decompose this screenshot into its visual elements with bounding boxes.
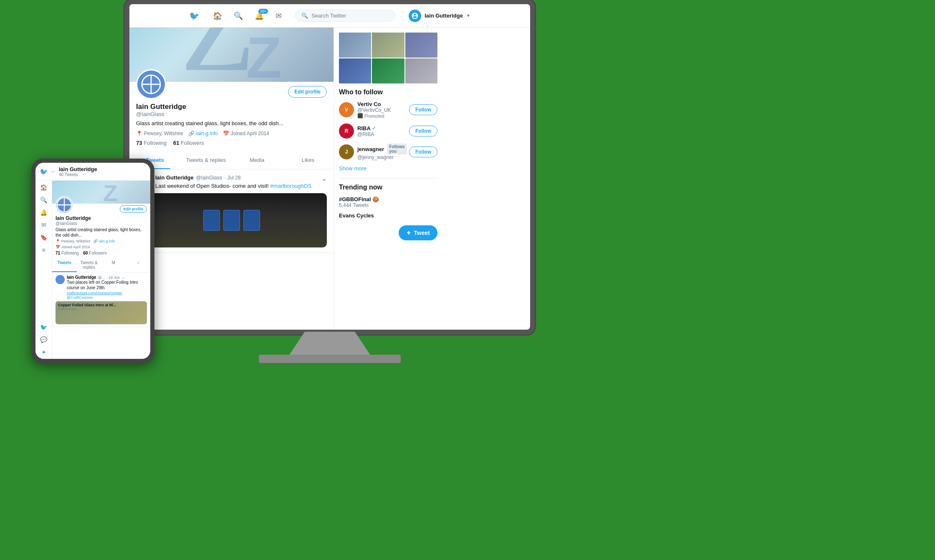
phone-dm-icon[interactable]: 💬	[40, 336, 47, 343]
phone-bookmark-icon[interactable]: 🔖	[40, 234, 47, 241]
phone-profile-handle: @IainGlass	[56, 221, 147, 226]
phone-tab-replies[interactable]: Tweets & replies	[77, 258, 101, 272]
desktop-monitor: 🐦 🏠 🔍 🔔 ✉ 🔍 Iain Gutteridge ▼	[129, 4, 547, 380]
phone-tweet-item: Iain Gutteridge @... · 16 Jun ⌄ Two plac…	[52, 272, 150, 327]
header-icons: 🏠 🔍 🔔 ✉	[213, 11, 282, 20]
home-icon[interactable]: 🏠	[213, 11, 222, 20]
website-item[interactable]: 🔗 iain-g.info	[188, 131, 218, 136]
trending-item-1[interactable]: #GBBOFinal 🍪 5,444 Tweets	[339, 196, 437, 208]
tweet-user-info: Iain Gutteridge @IainGlass · Jul 28	[155, 174, 311, 181]
phone-twitter-logo: 🐦	[40, 168, 48, 176]
follow-item-riba: R RIBA ✓ @RIBA Follow	[339, 124, 437, 139]
phone-profile-meta: 📍 Pewsey, Wiltshire 🔗 iain-g.info	[56, 239, 147, 243]
phone-compose-icon[interactable]: ✦	[41, 349, 46, 356]
promoted-label: ⬛ Promoted	[357, 113, 406, 119]
follow-button-vertiv[interactable]: Follow	[409, 104, 437, 115]
followers-label: Followers	[181, 140, 204, 146]
phone-following-stat[interactable]: 71 Following	[56, 251, 79, 255]
location-text: Pewsey, Wiltshire	[144, 131, 183, 136]
user-menu[interactable]: Iain Gutteridge ▼	[409, 10, 470, 22]
search-input[interactable]	[311, 13, 387, 19]
phone-tweet-count: 40 Tweets	[59, 172, 97, 177]
phone-tweet-image-title: Copper Foiled Glass Intro at Bl...	[58, 303, 144, 307]
phone-website[interactable]: 🔗 iain-g.info	[93, 239, 115, 243]
phone-edit-profile-button[interactable]: Edit profile	[120, 205, 147, 213]
verified-badge: ✓	[372, 126, 376, 131]
phone-messages-icon[interactable]: ✉	[41, 222, 46, 228]
search-icon[interactable]: 🔍	[234, 11, 243, 20]
photo-cell-6[interactable]	[405, 58, 437, 83]
profile-name: Iain Gutteridge	[136, 103, 327, 111]
compose-tweet-button[interactable]: ✦ Tweet	[399, 225, 437, 240]
phone-tweet-mention: @CraftCourses	[67, 295, 147, 300]
location-item: 📍 Pewsey, Wiltshire	[136, 131, 183, 136]
tab-tweets-replies[interactable]: Tweets & replies	[180, 151, 231, 169]
phone-tweet-link[interactable]: craftcourses.com/courses/copper	[67, 291, 122, 295]
follow-item-jenwagner: J jenwagner Follows you @jenny_wagner Fo…	[339, 144, 437, 160]
phone-tweet-image: Copper Foiled Glass Intro at Bl... craft…	[56, 301, 147, 324]
trending-topic-1: #GBBOFinal 🍪	[339, 196, 437, 202]
edit-profile-button[interactable]: Edit profile	[288, 86, 327, 98]
phone-tweet-image-caption: Copper Foiled Glass Intro at Bl... craft…	[56, 301, 147, 313]
trending-item-2[interactable]: Evans Cycles	[339, 212, 437, 219]
search-bar[interactable]: 🔍	[295, 10, 395, 22]
notifications-icon[interactable]: 🔔	[255, 11, 264, 20]
phone-user-info: Iain Gutteridge 40 Tweets	[59, 166, 97, 177]
phone-lists-icon[interactable]: ≡	[42, 247, 45, 253]
tweet-text: Last weekend of Open Studios- come and v…	[155, 182, 311, 190]
photo-cell-3[interactable]	[405, 33, 437, 58]
phone-home-icon[interactable]: 🏠	[40, 184, 47, 191]
profile-avatar-area: Edit profile	[129, 69, 334, 99]
twitter-header: 🐦 🏠 🔍 🔔 ✉ 🔍 Iain Gutteridge ▼	[129, 4, 530, 28]
phone-notifications-icon[interactable]: 🔔	[40, 209, 47, 216]
follow-button-jenwagner[interactable]: Follow	[409, 146, 437, 157]
phone-joined: 📅 Joined April 2014	[56, 245, 90, 249]
website-link[interactable]: iain-g.info	[196, 131, 218, 136]
who-to-follow-title: Who to follow	[339, 88, 437, 96]
follow-name-jenwagner: jenwagner Follows you	[357, 144, 406, 154]
messages-icon[interactable]: ✉	[275, 11, 282, 20]
phone-search-icon[interactable]: 🔍	[40, 197, 47, 203]
follow-avatar-vertiv: V	[339, 102, 354, 117]
follow-handle-jenwagner: @jenny_wagner	[357, 154, 406, 160]
show-more-link[interactable]: Show more	[339, 165, 437, 172]
photo-cell-4[interactable]	[339, 58, 371, 83]
tab-likes[interactable]: Likes	[283, 151, 334, 169]
phone-tab-tweets[interactable]: Tweets	[52, 258, 77, 272]
phone-tab-media[interactable]: M	[101, 258, 126, 272]
phone-tab-more[interactable]: ›	[126, 258, 150, 272]
photo-cell-2[interactable]	[372, 33, 404, 58]
phone-followers-stat[interactable]: 60 Followers	[83, 251, 107, 255]
user-avatar	[409, 10, 421, 22]
photo-cell-5[interactable]	[372, 58, 404, 83]
phone-joined-meta: 📅 Joined April 2014	[56, 245, 147, 249]
right-sidebar: Who to follow V Vertiv Co @VertivCo_UK ⬛…	[334, 28, 442, 330]
follow-info-riba: RIBA ✓ @RIBA	[357, 125, 406, 137]
blue-boxes-art	[203, 210, 260, 231]
following-stat[interactable]: 73 Following	[136, 140, 167, 146]
follow-name-vertiv: Vertiv Co	[357, 101, 406, 107]
phone-tweet-date: · 16 Jun	[106, 275, 120, 280]
photo-cell-1[interactable]	[339, 33, 371, 58]
followers-stat[interactable]: 61 Followers	[173, 140, 204, 146]
location-icon: 📍	[136, 131, 142, 136]
trending-count-1: 5,444 Tweets	[339, 202, 437, 208]
followers-count: 61	[173, 140, 179, 146]
follow-avatar-jenwagner: J	[339, 144, 354, 159]
profile-tabs: Tweets Tweets & replies Media Likes	[129, 151, 334, 169]
tweet-more-icon[interactable]: ⌄	[321, 174, 327, 182]
phone-tweet-user-info: Iain Gutteridge @... · 16 Jun ⌄	[67, 275, 147, 280]
monitor-base	[259, 355, 401, 363]
header-username: Iain Gutteridge	[425, 13, 463, 19]
follow-button-riba[interactable]: Follow	[409, 126, 437, 136]
blue-box-3	[243, 210, 260, 231]
profile-section: Z Edit profile	[129, 28, 334, 330]
blue-box-1	[203, 210, 220, 231]
tab-media[interactable]: Media	[232, 151, 283, 169]
twitter-logo-icon: 🐦	[189, 11, 200, 21]
phone-profile-name: Iain Gutteridge	[56, 215, 147, 221]
phone-tweet-avatar	[56, 275, 65, 284]
tweet-hashtag[interactable]: #marlboroughOS	[270, 183, 311, 189]
profile-handle: @IainGlass	[136, 111, 327, 117]
phone-back-button[interactable]: ←	[51, 168, 56, 175]
